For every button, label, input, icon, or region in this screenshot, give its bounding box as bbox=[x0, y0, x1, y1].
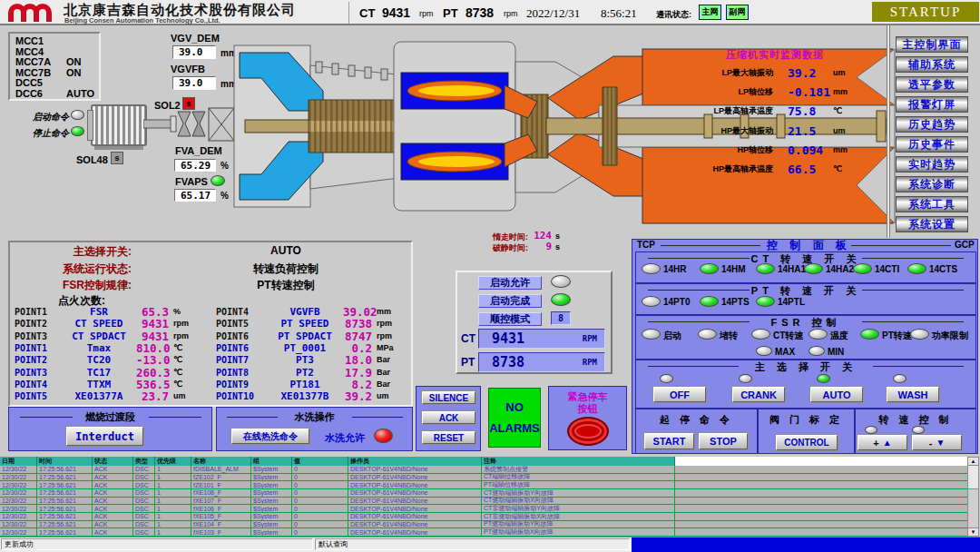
silence-button[interactable]: SILENCE bbox=[422, 391, 475, 404]
table-cell: 0 bbox=[292, 521, 348, 528]
start-button[interactable]: START bbox=[644, 433, 694, 449]
unit-mode-button[interactable]: STARTUP bbox=[872, 2, 979, 22]
table-row[interactable]: 12/30/2217:25:56.621ACKDSC1fZE101_F$Syst… bbox=[0, 481, 967, 489]
fvaps-unit: % bbox=[220, 191, 229, 201]
pt-switch-title: PT 转 速 开 关 bbox=[635, 284, 976, 298]
table-cell: 12/30/22 bbox=[0, 474, 37, 481]
stop-button[interactable]: STOP bbox=[699, 433, 748, 449]
point-row: POINT3CT SPDACT9431rpm bbox=[15, 330, 189, 341]
table-row[interactable]: 12/30/2217:25:56.621ACKDSC1fXE108_F$Syst… bbox=[0, 489, 967, 498]
sidebar-item-2[interactable]: 透平参数 bbox=[896, 76, 968, 93]
sidebar-item-5[interactable]: 历史事件 bbox=[896, 136, 968, 153]
mcc-name: MCC7A bbox=[15, 56, 66, 67]
table-cell: DESKTOP-61V4NBD/None bbox=[348, 521, 482, 528]
fsr-lamp-温度 bbox=[808, 329, 828, 340]
point-tag: POINT9 bbox=[216, 380, 267, 389]
point-name: PT_0001 bbox=[267, 342, 343, 354]
ct-switch-lamp-14HA2 bbox=[804, 263, 823, 274]
ct-switch-label-14CTI: 14CTI bbox=[875, 264, 899, 274]
scroll-down-button[interactable]: ▼ bbox=[968, 527, 978, 536]
table-row[interactable]: 12/30/2217:25:56.621ACKDSC1fZE102_F$Syst… bbox=[0, 474, 967, 482]
speed-ctrl-title: 转 速 控 制 bbox=[855, 413, 976, 427]
ct-speed-value: 9431 bbox=[382, 5, 410, 20]
still-time-label: 破静时间: bbox=[454, 242, 528, 254]
point-tag: POINT8 bbox=[216, 368, 267, 378]
speed-lower-button[interactable]: - ▼ bbox=[912, 435, 962, 450]
sidebar-divider bbox=[887, 25, 890, 238]
start-permit-button[interactable]: 启动允许 bbox=[478, 276, 542, 290]
seq-mode-button[interactable]: 顺控模式 bbox=[478, 312, 542, 326]
monitor-label: LP最大轴振动 bbox=[671, 67, 773, 79]
table-cell: ACK bbox=[93, 481, 133, 488]
sidebar-item-1[interactable]: 辅助系统 bbox=[896, 56, 968, 73]
table-header-cell: 状态 bbox=[93, 457, 133, 466]
table-row[interactable]: 12/30/2217:25:56.621ACKDSC1fXE103_F$Syst… bbox=[0, 528, 967, 537]
sidebar-item-6[interactable]: 实时趋势 bbox=[896, 156, 968, 172]
sidebar-item-8[interactable]: 系统工具 bbox=[896, 196, 968, 212]
ct-switch-label-14HM: 14HM bbox=[721, 264, 746, 274]
pt-switch-lamp-14PTS bbox=[700, 296, 719, 307]
table-row[interactable]: 12/30/2217:25:56.621ACKDSC1fXE105_F$Syst… bbox=[0, 513, 967, 521]
table-cell: 1 bbox=[155, 481, 191, 488]
selector-button-OFF[interactable]: OFF bbox=[653, 387, 706, 402]
table-header-cell: 组 bbox=[251, 457, 292, 466]
interduct-button[interactable]: Interduct bbox=[66, 427, 143, 446]
selector-button-WASH[interactable]: WASH bbox=[887, 387, 939, 402]
table-cell: DESKTOP-61V4NBD/None bbox=[348, 481, 482, 488]
selector-lamp-CRANK bbox=[739, 374, 752, 383]
sidebar-item-0[interactable]: 主控制界面 bbox=[896, 36, 968, 53]
point-name: XE01377B bbox=[267, 390, 343, 402]
table-cell: 17:25:56.621 bbox=[37, 521, 93, 528]
table-header-cell: 值 bbox=[292, 457, 348, 466]
selector-lamp-WASH bbox=[893, 374, 906, 383]
time-display: 8:56:21 bbox=[601, 6, 637, 21]
mcc-name: MCC7B bbox=[15, 67, 66, 78]
table-cell: 1 bbox=[155, 474, 191, 481]
reset-button[interactable]: RESET bbox=[422, 431, 475, 444]
table-scrollbar[interactable]: ▲ ▼ bbox=[967, 457, 979, 537]
pt-switch-label-14PT0: 14PT0 bbox=[663, 297, 690, 307]
sidebar-item-7[interactable]: 系统诊断 bbox=[896, 176, 968, 192]
ack-button[interactable]: ACK bbox=[422, 411, 475, 424]
table-row[interactable]: 12/30/2217:25:56.621ACKDSC1fXE104_F$Syst… bbox=[0, 521, 967, 529]
point-tag: POINT1 bbox=[15, 343, 62, 353]
sol48-state-box: s bbox=[111, 152, 123, 164]
monitor-title: 压缩机实时监测数据 bbox=[726, 48, 824, 62]
table-row[interactable]: 12/30/2217:25:56.621ACKDSC1fXE107_F$Syst… bbox=[0, 498, 967, 506]
table-row[interactable]: 12/30/2217:25:56.621ACKDSC1fXE106_F$Syst… bbox=[0, 505, 967, 513]
selector-button-CRANK[interactable]: CRANK bbox=[732, 387, 785, 402]
monitor-unit: ℃ bbox=[833, 164, 842, 173]
sidebar-item-9[interactable]: 系统设置 bbox=[896, 216, 968, 232]
scroll-thumb[interactable] bbox=[968, 466, 978, 489]
vgv-dem-value[interactable]: 39.0 bbox=[172, 45, 216, 59]
table-cell: ACK bbox=[93, 505, 133, 512]
fvaps-value[interactable]: 65.17 bbox=[174, 189, 216, 202]
emergency-stop-button[interactable] bbox=[567, 417, 609, 446]
sidebar-item-3[interactable]: 报警灯屏 bbox=[896, 96, 968, 113]
point-row: POINT3TC17260.3℃ bbox=[15, 367, 182, 378]
pt-speed-label: PT bbox=[443, 6, 458, 20]
point-name: VGVFB bbox=[267, 306, 343, 318]
vgvfb-value[interactable]: 39.0 bbox=[172, 76, 216, 90]
monitor-value: 21.5 bbox=[773, 124, 833, 138]
vgvfb-label: VGVFB bbox=[171, 64, 205, 74]
start-done-button[interactable]: 启动完成 bbox=[478, 294, 542, 308]
table-row[interactable]: 12/30/2217:25:56.621ACKDSC1fDISBALE_ALM$… bbox=[0, 466, 967, 474]
monitor-row: LP最高轴承温度75.8℃ bbox=[671, 105, 867, 116]
fva-dem-value[interactable]: 65.29 bbox=[174, 159, 216, 172]
triangle-up-icon: ▲ bbox=[883, 438, 892, 448]
point-unit: ℃ bbox=[173, 343, 182, 352]
control-button[interactable]: CONTROL bbox=[776, 435, 838, 450]
status-bar-query: 默认查询 bbox=[315, 538, 630, 550]
table-cell: DESKTOP-61V4NBD/None bbox=[348, 513, 482, 520]
sidebar-item-4[interactable]: 历史趋势 bbox=[896, 116, 968, 133]
point-unit: ℃ bbox=[173, 355, 182, 364]
mcc-name: DCC6 bbox=[15, 88, 66, 99]
point-name: PT SPEED bbox=[267, 318, 343, 330]
online-wash-button[interactable]: 在线热洗命令 bbox=[231, 429, 309, 444]
speed-raise-button[interactable]: + ▲ bbox=[858, 435, 907, 450]
monitor-row: HP最高轴承温度66.5℃ bbox=[671, 163, 867, 174]
scroll-up-button[interactable]: ▲ bbox=[968, 458, 978, 466]
selector-button-AUTO[interactable]: AUTO bbox=[810, 387, 863, 402]
table-cell: 0 bbox=[292, 528, 348, 536]
